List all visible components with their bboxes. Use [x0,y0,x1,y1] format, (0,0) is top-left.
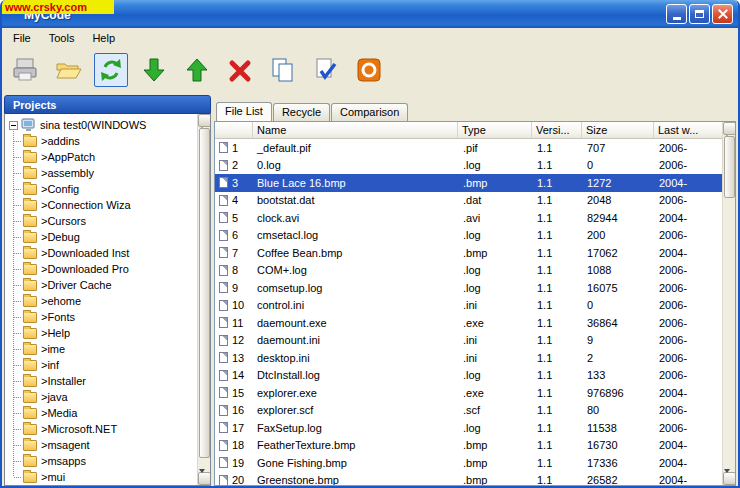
list-scroll-track[interactable] [723,135,736,472]
tree-connector [14,317,21,318]
tree-folder-label: >Microsoft.NET [41,423,117,435]
folder-icon [23,360,37,371]
menu-item[interactable]: Help [83,30,124,46]
file-row[interactable]: 10 control.ini .ini 1.1 0 2006- [215,297,722,315]
tab[interactable]: Comparison [331,103,408,121]
column-header-size[interactable]: Size [582,122,654,138]
file-row[interactable]: 7 Coffee Bean.bmp .bmp 1.1 17062 2004- [215,244,722,262]
file-row[interactable]: 11 daemount.exe .exe 1.1 36864 2006- [215,314,722,332]
file-name-cell: explorer.scf [253,404,458,416]
close-button[interactable] [712,4,733,24]
column-header-lastwrite[interactable]: Last w... [654,122,722,138]
tab[interactable]: File List [216,102,272,121]
file-type-cell: .log [458,264,532,276]
new-button[interactable] [8,53,42,87]
tree-folder-item[interactable]: >ime [8,341,197,357]
file-row[interactable]: 13 desktop.ini .ini 1.1 2 2006- [215,349,722,367]
tree-connector [14,285,21,286]
file-row-number: 15 [232,387,244,399]
tree-folder-item[interactable]: >Driver Cache [8,277,197,293]
folder-icon [23,424,37,435]
file-type-cell: .exe [458,317,532,329]
tree-scrollbar[interactable] [197,114,210,485]
file-version-cell: 1.1 [532,212,582,224]
list-scroll-thumb[interactable] [724,136,735,198]
tree-folder-list: >addins >AppPatch >assembly [8,133,197,485]
tree-folder-item[interactable]: >Installer [8,373,197,389]
tree-folder-label: >addins [41,135,80,147]
file-row[interactable]: 6 cmsetacl.log .log 1.1 200 2006- [215,227,722,245]
file-row[interactable]: 14 DtcInstall.log .log 1.1 133 2006- [215,367,722,385]
projects-tree-area: sina test0(WINDOWS >addins >AppPatch [4,114,211,486]
list-scroll-down-button[interactable] [723,472,736,485]
menu-item[interactable]: File [4,30,40,46]
file-version-cell: 1.1 [532,334,582,346]
tree-scroll-track[interactable] [198,127,211,472]
file-row[interactable]: 5 clock.avi .avi 1.1 82944 2004- [215,209,722,227]
file-grid: Name Type Versi... Size Last w... 1 [215,122,722,485]
tree-folder-item[interactable]: >Connection Wiza [8,197,197,213]
list-scroll-up-button[interactable] [723,122,736,135]
file-row[interactable]: 20 Greenstone.bmp .bmp 1.1 26582 2004- [215,472,722,486]
menu-item[interactable]: Tools [40,30,84,46]
column-header-index[interactable] [215,122,253,138]
tree-folder-item[interactable]: >assembly [8,165,197,181]
file-type-cell: .bmp [458,439,532,451]
file-row[interactable]: 8 COM+.log .log 1.1 1088 2006- [215,262,722,280]
tree-folder-item[interactable]: >Downloaded Pro [8,261,197,277]
export-button[interactable] [180,53,214,87]
verify-button[interactable] [309,53,343,87]
file-row[interactable]: 4 bootstat.dat .dat 1.1 2048 2006- [215,192,722,210]
tree-folder-item[interactable]: >Media [8,405,197,421]
tree-folder-item[interactable]: >Fonts [8,309,197,325]
tree-folder-item[interactable]: >addins [8,133,197,149]
tree-folder-item[interactable]: >msagent [8,437,197,453]
file-list-scrollbar[interactable] [722,122,735,485]
tree-scroll-thumb[interactable] [199,128,210,458]
file-row[interactable]: 1 _default.pif .pif 1.1 707 2006- [215,139,722,157]
tab[interactable]: Recycle [273,103,330,121]
import-button[interactable] [137,53,171,87]
file-row[interactable]: 18 FeatherTexture.bmp .bmp 1.1 16730 200… [215,437,722,455]
tree-folder-item[interactable]: >Cursors [8,213,197,229]
file-row-index-cell: 20 [215,474,253,485]
tree-connector [14,349,21,350]
delete-button[interactable] [223,53,257,87]
tree-folder-item[interactable]: >Config [8,181,197,197]
file-size-cell: 2048 [582,194,654,206]
tree-scroll-up-button[interactable] [198,114,211,127]
file-icon [219,195,228,206]
file-row[interactable]: 2 0.log .log 1.1 0 2006- [215,157,722,175]
file-row[interactable]: 17 FaxSetup.log .log 1.1 11538 2006- [215,419,722,437]
file-icon [219,370,228,381]
column-header-name[interactable]: Name [253,122,458,138]
stop-button[interactable] [352,53,386,87]
copy-button[interactable] [266,53,300,87]
file-row[interactable]: 3 Blue Lace 16.bmp .bmp 1.1 1272 2004- [215,174,722,192]
refresh-button[interactable] [94,53,128,87]
file-row[interactable]: 15 explorer.exe .exe 1.1 976896 2004- [215,384,722,402]
tree-root-node[interactable]: sina test0(WINDOWS [8,117,197,133]
tree-folder-item[interactable]: >java [8,389,197,405]
file-row[interactable]: 12 daemount.ini .ini 1.1 9 2006- [215,332,722,350]
tree-folder-item[interactable]: >Debug [8,229,197,245]
minimize-button[interactable] [666,4,687,24]
tree-connector [14,141,21,142]
tree-folder-item[interactable]: >inf [8,357,197,373]
tree-scroll-down-button[interactable] [198,472,211,485]
file-row[interactable]: 16 explorer.scf .scf 1.1 80 2006- [215,402,722,420]
file-row[interactable]: 19 Gone Fishing.bmp .bmp 1.1 17336 2004- [215,454,722,472]
tree-folder-item[interactable]: >Microsoft.NET [8,421,197,437]
column-header-type[interactable]: Type [458,122,532,138]
file-row-number: 18 [232,439,244,451]
file-row[interactable]: 9 comsetup.log .log 1.1 16075 2006- [215,279,722,297]
tree-folder-item[interactable]: >mui [8,469,197,485]
column-header-version[interactable]: Versi... [532,122,582,138]
tree-folder-item[interactable]: >Help [8,325,197,341]
tree-folder-item[interactable]: >AppPatch [8,149,197,165]
tree-folder-item[interactable]: >Downloaded Inst [8,245,197,261]
maximize-button[interactable] [689,4,710,24]
open-button[interactable] [51,53,85,87]
tree-folder-item[interactable]: >msapps [8,453,197,469]
tree-folder-item[interactable]: >ehome [8,293,197,309]
